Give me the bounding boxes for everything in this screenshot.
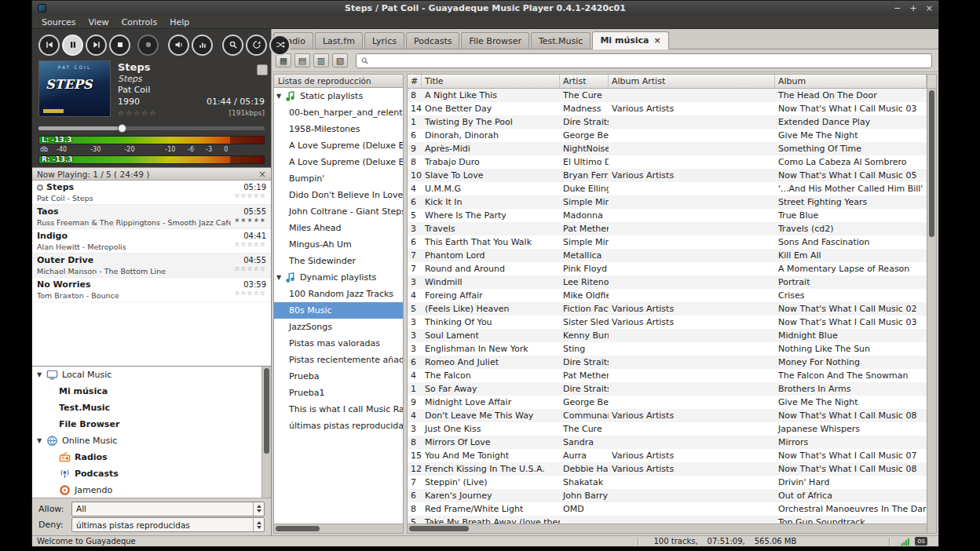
titlebar[interactable]: Steps / Pat Coil - Guayadeque Music Play…	[32, 1, 938, 16]
track-row[interactable]: 3 Just One Kiss The Cure Japanese Whispe…	[408, 422, 927, 436]
player-button[interactable]	[137, 35, 159, 56]
expander-icon[interactable]: ▼	[276, 93, 284, 100]
table-horizontal-scrollbar[interactable]	[408, 524, 927, 533]
track-row[interactable]: 3 Windmill Lee Ritenour Portrait	[408, 276, 927, 289]
track-row[interactable]: 14 One Better Day Madness Various Artist…	[408, 102, 927, 115]
menu-item[interactable]: Controls	[115, 16, 164, 28]
menu-item[interactable]: Sources	[35, 16, 82, 28]
minimize-button[interactable]: −	[894, 4, 901, 13]
playlist-item[interactable]: The Sidewinder	[274, 253, 403, 269]
player-button[interactable]	[269, 35, 291, 56]
playlist-item[interactable]: ▼ Static playlists	[274, 88, 403, 104]
track-rating-stars[interactable]: ☆☆☆☆☆	[234, 265, 266, 272]
library-tree-item[interactable]: Jamendo	[32, 482, 261, 498]
playlist-item[interactable]: Pistas recientemente añadidas	[274, 352, 403, 368]
column-header-number[interactable]: #	[408, 75, 422, 88]
playlist-item[interactable]: A Love Supreme (Deluxe Edition)	[274, 137, 403, 154]
playlist-item[interactable]: This is what I call Music Random	[274, 401, 403, 418]
playlist-item[interactable]: JazzSongs	[274, 319, 403, 335]
now-playing-track[interactable]: Outer Drive Michael Manson - The Bottom …	[32, 254, 271, 278]
expander-icon[interactable]: ▼	[37, 437, 46, 444]
menu-item[interactable]: View	[82, 16, 115, 28]
view-mode-button[interactable]: ▧	[332, 53, 348, 68]
close-icon[interactable]: ×	[258, 170, 266, 179]
stepper-icon[interactable]	[253, 502, 264, 516]
track-row[interactable]: 10 Slave To Love Bryan Ferry Various Art…	[408, 169, 927, 182]
maximize-button[interactable]: +	[910, 4, 917, 13]
deny-select[interactable]: últimas pistas reproducidas	[71, 517, 265, 532]
search-box[interactable]	[356, 53, 932, 68]
scrollbar-thumb[interactable]	[929, 90, 934, 237]
track-row[interactable]: 4 U.M.M.G Duke Ellington '...And His Mot…	[408, 182, 927, 195]
track-row[interactable]: 5 Where Is The Party Madonna True Blue	[408, 209, 927, 222]
playlist-item[interactable]: Prueba1	[274, 385, 403, 401]
search-input[interactable]	[372, 56, 927, 66]
tab[interactable]: Podcasts	[406, 32, 460, 49]
seek-handle[interactable]	[118, 124, 126, 133]
track-row[interactable]: 6 Karen's Journey John Barry Out of Afri…	[408, 489, 927, 502]
track-row[interactable]: 12 French Kissing In The U.S.A. Debbie H…	[408, 462, 927, 476]
menu-item[interactable]: Help	[163, 16, 196, 28]
track-row[interactable]: 6 Romeo And Juliet Dire Straits Money Fo…	[408, 356, 927, 369]
column-header-title[interactable]: Title	[422, 75, 560, 88]
scrollbar-thumb[interactable]	[276, 526, 320, 531]
now-playing-track[interactable]: No Worries Tom Braxton - Bounce 03:59 ☆☆…	[32, 278, 271, 302]
track-row[interactable]: 8 Mirrors Of Love Sandra Mirrors	[408, 436, 927, 449]
playlist-item[interactable]: John Coltrane - Giant Steps	[274, 203, 403, 220]
playlist-item[interactable]: 80s Music	[274, 302, 403, 319]
stepper-icon[interactable]	[253, 518, 264, 531]
column-header-album[interactable]: Album	[775, 75, 927, 88]
scrollbar-thumb[interactable]	[264, 368, 269, 454]
track-row[interactable]: 3 Englishman In New York Sting Nothing L…	[408, 342, 927, 356]
playlist-item[interactable]: 1958-Milestones	[274, 121, 403, 137]
track-row[interactable]: 8 Trabajo Duro El Ultimo De La Fila Como…	[408, 155, 927, 169]
playlist-item[interactable]: ▼ Dynamic playlists	[274, 269, 403, 286]
playlist-item[interactable]: A Love Supreme (Deluxe Edition)	[274, 154, 403, 170]
tab[interactable]: Lyrics	[364, 32, 404, 49]
track-row[interactable]: 9 Midnight Love Affair George Benson Giv…	[408, 396, 927, 409]
track-row[interactable]: 9 Après-Midi NightNoise Something Of Tim…	[408, 142, 927, 155]
playlist-item[interactable]: Dido Don't Believe In Love Listas	[274, 187, 403, 203]
track-row[interactable]: 3 Soul Lament Kenny Burrell Midnight Blu…	[408, 329, 927, 342]
column-header-artist[interactable]: Artist	[560, 75, 609, 88]
track-row[interactable]: 4 Foreing Affair Mike Oldfield Crises	[408, 289, 927, 302]
track-row[interactable]: 1 So Far Away Dire Straits Brothers In A…	[408, 382, 927, 396]
tab[interactable]: File Browser	[461, 32, 528, 49]
column-header-album-artist[interactable]: Album Artist	[609, 75, 775, 88]
playlist-item[interactable]: últimas pistas reproducidas	[274, 418, 403, 434]
player-button[interactable]	[192, 35, 213, 56]
library-tree-item[interactable]: Radios	[32, 449, 261, 465]
track-row[interactable]: 4 Don't Leave Me This Way Communards Var…	[408, 409, 927, 422]
track-row[interactable]: 8 Red Frame/White Light OMD Orchestral M…	[408, 502, 927, 516]
player-button[interactable]	[62, 35, 83, 56]
playlist-item[interactable]: 00-ben_harper_and_relentless7	[274, 104, 403, 121]
view-mode-button[interactable]: ▥	[313, 53, 329, 68]
track-row[interactable]: 7 Phantom Lord Metallica Kill Em All	[408, 249, 927, 262]
track-row[interactable]: 7 Round and Around Pink Floyd A Momentar…	[408, 262, 927, 276]
playlist-item[interactable]: Prueba	[274, 368, 403, 385]
track-row[interactable]: 5 Take My Breath Away (love theme fror B…	[408, 516, 927, 524]
splitter-grip-button[interactable]	[257, 64, 268, 75]
library-scrollbar[interactable]	[261, 367, 271, 498]
track-row[interactable]: 15 You And Me Tonight Aurra Various Arti…	[408, 449, 927, 462]
playlists-horizontal-scrollbar[interactable]	[274, 524, 403, 533]
player-button[interactable]	[86, 35, 107, 56]
tab[interactable]: Test.Music	[531, 32, 591, 49]
track-row[interactable]: 6 This Earth That You Walk Simple Minds …	[408, 235, 927, 249]
track-rating-stars[interactable]: ☆☆☆☆☆	[234, 290, 266, 297]
playlist-item[interactable]: Mingus-Ah Um	[274, 236, 403, 253]
library-tree-item[interactable]: ▼ Online Music	[32, 432, 261, 449]
allow-select[interactable]: All	[71, 502, 265, 516]
track-row[interactable]: 6 Dinorah, Dinorah George Benson Give Me…	[408, 129, 927, 142]
album-art[interactable]: PAT COIL STEPS	[38, 60, 111, 117]
playlist-item[interactable]: Bumpin'	[274, 170, 403, 187]
view-mode-button[interactable]: ▦	[276, 53, 291, 68]
view-mode-button[interactable]: ▤	[294, 53, 310, 68]
track-row[interactable]: 8 A Night Like This The Cure The Head On…	[408, 89, 927, 102]
player-button[interactable]	[222, 35, 243, 56]
library-tree-item[interactable]: Test.Music	[32, 400, 261, 416]
track-row[interactable]: 1 Twisting By The Pool Dire Straits Exte…	[408, 115, 927, 129]
player-button[interactable]	[109, 35, 130, 56]
library-tree-item[interactable]: Mi música	[32, 383, 261, 400]
playlist-item[interactable]: 100 Random Jazz Tracks	[274, 286, 403, 302]
